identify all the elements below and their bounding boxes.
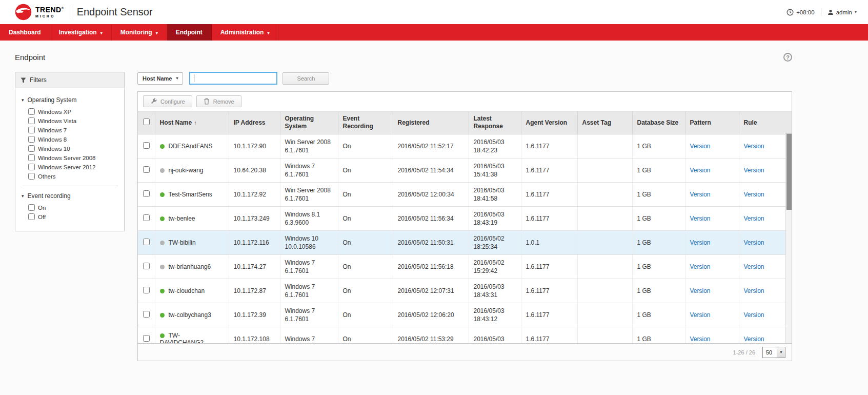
pattern-version-link[interactable]: Version: [690, 167, 711, 174]
table-row[interactable]: TW-bibilin10.1.172.116Windows 1010.0.105…: [138, 231, 785, 255]
pattern-cell: Version: [685, 183, 739, 207]
pattern-version-link[interactable]: Version: [690, 335, 711, 343]
column-header-event-recording[interactable]: Event Recording: [338, 111, 393, 134]
table-row[interactable]: tw-brianhuang610.1.174.27Windows 76.1.76…: [138, 255, 785, 279]
filter-option-windows-server-2008[interactable]: Windows Server 2008: [28, 154, 118, 161]
nav-item-label: Dashboard: [9, 29, 41, 36]
remove-button[interactable]: Remove: [196, 95, 241, 107]
pattern-version-link[interactable]: Version: [690, 191, 711, 198]
column-header-registered[interactable]: Registered: [393, 111, 469, 134]
filter-checkbox[interactable]: [28, 213, 35, 220]
filter-checkbox[interactable]: [28, 136, 35, 143]
filter-option-off[interactable]: Off: [28, 213, 118, 220]
table-row[interactable]: tw-colbychang310.1.172.39Windows 76.1.76…: [138, 303, 785, 327]
filter-option-on[interactable]: On: [28, 204, 118, 211]
filter-option-windows-xp[interactable]: Windows XP: [28, 108, 118, 115]
filter-option-windows-server-2012[interactable]: Windows Server 2012: [28, 164, 118, 170]
host-name-cell: tw-benlee: [155, 207, 229, 231]
pattern-version-link[interactable]: Version: [690, 263, 711, 270]
rule-version-link[interactable]: Version: [744, 191, 764, 198]
filter-section-event-recording[interactable]: ▾Event recording: [22, 192, 118, 200]
user-menu[interactable]: admin: [836, 9, 852, 15]
column-header-rule[interactable]: Rule: [739, 111, 785, 134]
scrollbar-thumb[interactable]: [786, 134, 792, 210]
column-header-operating-system[interactable]: Operating System: [280, 111, 338, 134]
nav-item-endpoint[interactable]: Endpoint: [167, 24, 212, 41]
row-checkbox[interactable]: [143, 166, 150, 173]
column-header-host-name[interactable]: Host Name↑: [155, 111, 229, 134]
filter-checkbox[interactable]: [28, 164, 35, 170]
timezone-label[interactable]: +08:00: [796, 9, 815, 15]
search-button[interactable]: Search: [282, 72, 329, 85]
pattern-version-link[interactable]: Version: [690, 287, 711, 294]
asset-tag-cell: [577, 207, 632, 231]
top-bar-right: +08:00 admin ▾: [786, 8, 857, 16]
column-header-ip-address[interactable]: IP Address: [229, 111, 280, 134]
column-header-pattern[interactable]: Pattern: [685, 111, 739, 134]
row-checkbox[interactable]: [143, 287, 150, 293]
latest-response-cell: 2016/05/0318:41:58: [469, 183, 521, 207]
vertical-scrollbar[interactable]: [785, 134, 792, 343]
rule-version-link[interactable]: Version: [744, 143, 764, 150]
search-category-button[interactable]: Host Name ▾: [137, 72, 183, 85]
column-header-agent-version[interactable]: Agent Version: [521, 111, 577, 134]
rule-version-link[interactable]: Version: [744, 167, 764, 174]
operating-system-cell: Windows 76.1.7601: [280, 279, 338, 303]
row-checkbox[interactable]: [143, 311, 150, 318]
filter-section-operating-system[interactable]: ▾Operating System: [22, 96, 118, 104]
filters-body: ▾Operating SystemWindows XPWindows Vista…: [15, 88, 124, 231]
rule-version-link[interactable]: Version: [744, 239, 764, 246]
filter-option-windows-7[interactable]: Windows 7: [28, 127, 118, 133]
table-row[interactable]: Test-SmartSens10.1.172.92Win Server 2008…: [138, 183, 785, 207]
filter-checkbox[interactable]: [28, 204, 35, 211]
pattern-version-link[interactable]: Version: [690, 311, 711, 319]
pattern-version-link[interactable]: Version: [690, 239, 711, 246]
filter-checkbox[interactable]: [28, 173, 35, 180]
ip-address-cell: 10.1.173.249: [229, 207, 280, 231]
filter-checkbox[interactable]: [28, 117, 35, 124]
rule-version-link[interactable]: Version: [744, 287, 764, 294]
column-header-database-size[interactable]: Database Size: [632, 111, 685, 134]
row-checkbox[interactable]: [143, 239, 150, 245]
select-all-checkbox[interactable]: [143, 118, 150, 125]
configure-button[interactable]: Configure: [143, 95, 192, 107]
filter-checkbox[interactable]: [28, 127, 35, 133]
row-checkbox[interactable]: [143, 263, 150, 269]
rule-cell: Version: [739, 303, 785, 327]
pattern-version-link[interactable]: Version: [690, 215, 711, 222]
rule-version-link[interactable]: Version: [744, 335, 764, 343]
rule-version-link[interactable]: Version: [744, 311, 764, 319]
filter-checkbox[interactable]: [28, 145, 35, 152]
table-row[interactable]: DDESAndFANS10.1.172.90Win Server 20086.1…: [138, 134, 785, 159]
nav-item-administration[interactable]: Administration▾: [212, 24, 279, 41]
filter-option-windows-8[interactable]: Windows 8: [28, 136, 118, 143]
table-row[interactable]: tw-cloudchan10.1.172.87Windows 76.1.7601…: [138, 279, 785, 303]
row-checkbox[interactable]: [143, 214, 150, 221]
nav-item-monitoring[interactable]: Monitoring▾: [112, 24, 167, 41]
table-row[interactable]: nj-ouki-wang10.64.20.38Windows 76.1.7601…: [138, 159, 785, 183]
nav-item-investigation[interactable]: Investigation▾: [50, 24, 112, 41]
filter-checkbox[interactable]: [28, 108, 35, 115]
pattern-version-link[interactable]: Version: [690, 143, 711, 150]
search-input[interactable]: [189, 72, 277, 85]
column-header-asset-tag[interactable]: Asset Tag: [577, 111, 632, 134]
status-dot-online: [160, 313, 165, 318]
filter-option-others[interactable]: Others: [28, 173, 118, 180]
column-header-latest-response[interactable]: Latest Response: [469, 111, 521, 134]
rule-version-link[interactable]: Version: [744, 215, 764, 222]
filter-option-windows-10[interactable]: Windows 10: [28, 145, 118, 152]
filter-option-windows-vista[interactable]: Windows Vista: [28, 117, 118, 124]
page-size-select[interactable]: 50 ▼: [762, 347, 785, 358]
row-checkbox[interactable]: [143, 190, 150, 197]
filter-checkbox[interactable]: [28, 154, 35, 161]
row-checkbox[interactable]: [143, 142, 150, 149]
row-checkbox[interactable]: [143, 335, 150, 342]
table-row[interactable]: tw-benlee10.1.173.249Windows 8.16.3.9600…: [138, 207, 785, 231]
table-row[interactable]: TW-DAVIDCHANG210.1.172.108Windows 7On201…: [138, 327, 785, 344]
latest-response-cell-line: 2016/05/02: [474, 234, 516, 243]
help-icon[interactable]: [783, 53, 792, 62]
filter-option-label: Windows Vista: [38, 118, 76, 124]
nav-item-dashboard[interactable]: Dashboard: [0, 24, 50, 41]
rule-version-link[interactable]: Version: [744, 263, 764, 270]
filter-option-label: On: [38, 205, 46, 211]
